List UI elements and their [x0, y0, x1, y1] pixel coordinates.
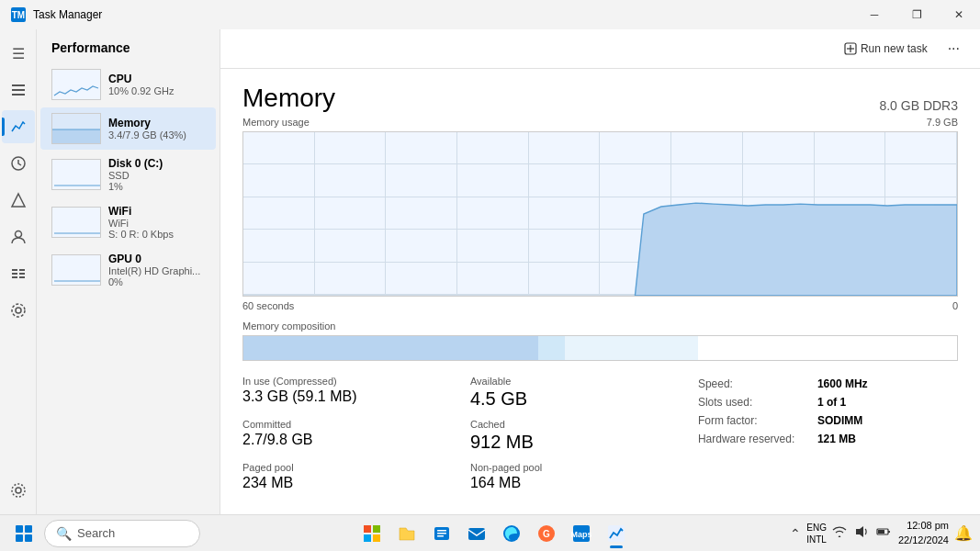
sidebar-item-wifi[interactable]: WiFi WiFi S: 0 R: 0 Kbps	[40, 199, 216, 245]
taskbar-app-outlook[interactable]	[460, 517, 493, 550]
restore-button[interactable]: ❐	[896, 0, 938, 29]
iconbar-settings[interactable]	[2, 474, 35, 507]
app-body: ☰ Performance	[0, 29, 980, 514]
svg-rect-29	[468, 528, 485, 540]
paged-label: Paged pool	[242, 462, 448, 473]
sidebar-item-disk[interactable]: Disk 0 (C:) SSD 1%	[40, 152, 216, 197]
composition-label: Memory composition	[242, 320, 958, 332]
taskbar-app-app7[interactable]: Maps	[565, 517, 598, 550]
form-value: SODIMM	[817, 414, 862, 427]
svg-marker-36	[856, 526, 863, 537]
gpu-thumbnail	[51, 254, 101, 286]
iconbar-services[interactable]	[2, 294, 35, 327]
taskbar-app-explorer[interactable]	[425, 517, 458, 550]
svg-rect-7	[19, 269, 25, 271]
memory-title: Memory	[242, 84, 335, 113]
svg-marker-4	[12, 194, 25, 207]
sidebar-item-memory[interactable]: Memory 3.4/7.9 GB (43%)	[40, 107, 216, 150]
in-use-label: In use (Compressed)	[242, 376, 448, 387]
nonpaged-value: 164 MB	[470, 475, 676, 491]
memory-panel: Memory 8.0 GB DDR3 Memory usage 7.9 GB	[220, 69, 980, 514]
taskbar-app-taskmanager[interactable]	[600, 517, 633, 550]
titlebar: TM Task Manager ─ ❐ ✕	[0, 0, 980, 29]
sidebar-item-gpu[interactable]: GPU 0 Intel(R) HD Graphi... 0%	[40, 247, 216, 293]
memory-detail: 3.4/7.9 GB (43%)	[108, 129, 205, 141]
battery-icon[interactable]	[874, 523, 893, 544]
cpu-detail: 10% 0.92 GHz	[108, 85, 205, 96]
minimize-button[interactable]: ─	[853, 0, 896, 29]
clock[interactable]: 12:08 pm 22/12/2024	[898, 519, 949, 547]
notification-icon[interactable]: 🔔	[954, 524, 973, 542]
run-task-button[interactable]: Run new task	[837, 39, 935, 59]
svg-rect-0	[12, 84, 25, 86]
taskbar-app-store[interactable]	[355, 517, 389, 550]
wifi-detail: WiFi	[108, 218, 205, 229]
iconbar-details[interactable]	[2, 257, 35, 290]
stat-paged: Paged pool 234 MB	[242, 462, 448, 491]
reserved-value: 121 MB	[817, 433, 856, 445]
svg-point-14	[16, 488, 21, 493]
committed-value: 2.7/9.8 GB	[242, 432, 448, 448]
sidebar: Performance CPU 10% 0.92 GHz Memory 3.4/…	[37, 29, 220, 514]
comp-modified	[538, 336, 565, 360]
disk-detail: SSD	[108, 170, 205, 181]
app-title: Task Manager	[33, 8, 102, 21]
taskbar-search[interactable]: 🔍 Search	[44, 520, 200, 547]
taskbar-app-files[interactable]	[390, 517, 423, 550]
iconbar-hamburger[interactable]: ☰	[2, 37, 35, 70]
cpu-info: CPU 10% 0.92 GHz	[108, 73, 205, 96]
more-options-button[interactable]: ···	[942, 37, 965, 61]
search-placeholder: Search	[77, 526, 115, 540]
sidebar-header: Performance	[37, 29, 220, 62]
memory-type: 8.0 GB DDR3	[879, 98, 958, 113]
svg-rect-28	[437, 535, 444, 537]
svg-text:G: G	[543, 529, 550, 539]
committed-label: Committed	[242, 419, 448, 430]
nonpaged-label: Non-paged pool	[470, 462, 676, 473]
left-stats: In use (Compressed) 3.3 GB (59.1 MB) Ava…	[242, 376, 676, 491]
iconbar-users[interactable]	[2, 220, 35, 253]
iconbar-startup[interactable]	[2, 184, 35, 217]
iconbar-history[interactable]	[2, 147, 35, 180]
svg-rect-35	[608, 525, 625, 542]
memory-name: Memory	[108, 117, 205, 129]
wifi-icon[interactable]	[830, 523, 849, 544]
gpu-name: GPU 0	[108, 253, 205, 265]
svg-rect-22	[373, 525, 380, 533]
chart-label-row: Memory usage 7.9 GB	[242, 117, 958, 128]
tray-chevron[interactable]: ⌃	[788, 524, 803, 543]
sidebar-item-cpu[interactable]: CPU 10% 0.92 GHz	[40, 63, 216, 106]
cpu-name: CPU	[108, 73, 205, 85]
taskbar-app-app6[interactable]: G	[530, 517, 563, 550]
svg-point-13	[12, 304, 25, 317]
available-value: 4.5 GB	[470, 388, 676, 410]
slots-value: 1 of 1	[817, 396, 846, 409]
wifi-thumbnail	[51, 207, 101, 238]
taskbar: 🔍 Search G Maps ⌃ ENGINT	[0, 514, 980, 551]
svg-rect-23	[364, 534, 371, 542]
disk-info: Disk 0 (C:) SSD 1%	[108, 157, 205, 192]
clock-time: 12:08 pm	[898, 519, 949, 533]
windows-logo	[16, 525, 32, 542]
main-content: Run new task ··· Memory 8.0 GB DDR3 Memo…	[220, 29, 980, 514]
app-icon: TM	[11, 7, 26, 22]
reserved-label: Hardware reserved:	[698, 433, 817, 445]
close-button[interactable]: ✕	[938, 0, 980, 29]
svg-rect-38	[888, 531, 890, 533]
iconbar-performance[interactable]	[2, 110, 35, 143]
chart-label: Memory usage	[242, 117, 310, 128]
chart-footer: 60 seconds 0	[242, 300, 958, 311]
speed-label: Speed:	[698, 377, 817, 390]
form-row: Form factor: SODIMM	[698, 414, 958, 427]
svg-text:Maps: Maps	[571, 530, 591, 539]
volume-icon[interactable]	[852, 523, 871, 544]
search-icon: 🔍	[56, 526, 72, 541]
gpu-info: GPU 0 Intel(R) HD Graphi... 0%	[108, 253, 205, 287]
start-button[interactable]	[7, 517, 40, 550]
disk-thumbnail	[51, 159, 101, 190]
iconbar-processes[interactable]	[2, 73, 35, 107]
language-indicator[interactable]: ENGINTL	[806, 522, 827, 545]
speed-row: Speed: 1600 MHz	[698, 377, 958, 390]
taskbar-app-edge[interactable]	[495, 517, 528, 550]
svg-rect-8	[12, 273, 17, 275]
